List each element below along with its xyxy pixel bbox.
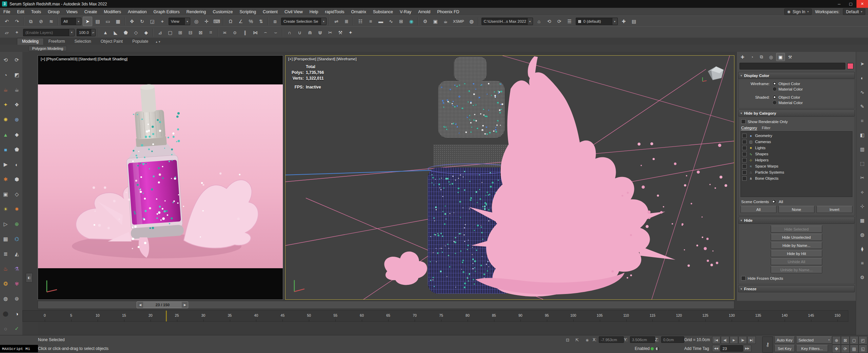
undo-scene-icon[interactable]: ⟲	[545, 17, 554, 26]
modeling-tool-icon-18[interactable]: ∩	[285, 28, 294, 37]
select-object-icon[interactable]: ➤	[83, 17, 92, 26]
left-dock-tool-icon-11[interactable]: ▲	[1, 130, 11, 140]
workspaces-dropdown[interactable]: Default ▾	[843, 8, 865, 15]
nav-icon-6[interactable]: ⟳	[841, 345, 850, 353]
category-row-helpers[interactable]: ⊹Helpers	[742, 157, 851, 163]
object-color-swatch[interactable]	[847, 63, 853, 69]
left-dock-tool-icon-22[interactable]: ✸	[12, 204, 22, 214]
left-dock-tool-icon-33[interactable]: ◍	[1, 294, 11, 304]
sign-in-button[interactable]: ◉ Sign In ▾	[784, 8, 812, 15]
right-dock-tool-icon-2[interactable]: ◐	[857, 73, 867, 83]
current-frame-marker[interactable]	[166, 311, 167, 321]
right-dock-tool-icon-15[interactable]: ≡	[857, 258, 867, 268]
hide-selected-button[interactable]: Hide Selected	[771, 225, 822, 233]
left-dock-tool-icon-12[interactable]: ◆	[12, 130, 22, 140]
category-all-button[interactable]: All	[741, 206, 776, 213]
crossing-selection-icon[interactable]: ▦	[113, 17, 123, 26]
modify-tab[interactable]: ◔	[748, 53, 756, 61]
bind-to-space-warp-icon[interactable]: ≋	[46, 17, 56, 26]
x-coordinate-field[interactable]: -7.953cm	[599, 336, 624, 343]
nav-icon-7[interactable]: ▤	[850, 345, 859, 353]
enable-layers-combo[interactable]: (Enable Layers)▾	[23, 29, 75, 36]
left-dock-tool-icon-27[interactable]: ≣	[1, 249, 11, 259]
unhide-all-button[interactable]: Unhide All	[771, 258, 822, 265]
select-and-scale-icon[interactable]: ◲	[147, 17, 157, 26]
menu-v-ray[interactable]: V-Ray	[396, 8, 415, 16]
right-dock-tool-icon-4[interactable]: ✎	[857, 102, 867, 111]
modeling-tool-icon-21[interactable]: ⋓	[315, 28, 325, 37]
menu-phoenix-fd[interactable]: Phoenix FD	[434, 8, 462, 16]
left-dock-tool-icon-19[interactable]: ▣	[1, 189, 11, 199]
schematic-view-icon[interactable]: ⊞	[396, 17, 406, 26]
maximize-button[interactable]: ▢	[845, 0, 856, 8]
nav-icon-5[interactable]: ✥	[832, 345, 841, 353]
close-button[interactable]: ✕	[856, 0, 868, 8]
modeling-tool-icon-6[interactable]: ⊿	[155, 28, 165, 37]
layer-properties-icon[interactable]: ▤	[629, 17, 639, 26]
select-by-name-icon[interactable]: ▤	[93, 17, 102, 26]
left-dock-tool-icon-35[interactable]: ⬤	[1, 309, 11, 319]
category-checkbox[interactable]	[742, 170, 747, 175]
ribbon-tab-object-paint[interactable]: Object Paint	[96, 38, 127, 45]
key-mode-dropdown[interactable]: Selected▾	[796, 336, 832, 344]
menu-graph-editors[interactable]: Graph Editors	[150, 8, 183, 16]
go-to-start-button[interactable]: |◀	[712, 336, 721, 344]
set-keys-button[interactable]: ⚷	[762, 336, 773, 353]
ribbon-tab-populate[interactable]: Populate	[127, 38, 153, 45]
modeling-tool-icon-19[interactable]: ∪	[295, 28, 304, 37]
redo-scene-icon[interactable]: ⟳	[555, 17, 564, 26]
modeling-tool-icon-1[interactable]: ▲	[101, 28, 110, 37]
nav-icon-4[interactable]: ◰	[859, 336, 867, 345]
modeling-tool-icon-22[interactable]: ✂	[326, 28, 335, 37]
time-slider-handle[interactable]: ◀ 23 / 150 ▶	[137, 301, 188, 308]
left-dock-tool-icon-4[interactable]: ◩	[12, 70, 22, 80]
nav-icon-1[interactable]: ⊕	[832, 336, 841, 345]
nav-icon-8[interactable]: ◱	[859, 345, 867, 353]
modeling-tool-icon-2[interactable]: ◣	[111, 28, 120, 37]
right-dock-tool-icon-9[interactable]: ✂	[857, 173, 867, 182]
spinner-arrows-icon[interactable]: ▴▾	[91, 29, 95, 36]
category-tab-filter[interactable]: Filter	[762, 126, 771, 130]
material-editor-icon[interactable]: ◉	[407, 17, 416, 26]
menu-views[interactable]: Views	[63, 8, 81, 16]
category-checkbox[interactable]	[742, 152, 747, 156]
undo-icon[interactable]: ↶	[2, 17, 12, 26]
key-step-back-button[interactable]: ◀◀	[712, 345, 720, 352]
modeling-tool-icon-10[interactable]: ⊠	[196, 28, 205, 37]
hide-unselected-button[interactable]: Hide Unselected	[771, 234, 822, 241]
shaded-material-color-radio[interactable]	[772, 100, 777, 105]
category-list[interactable]: ●Geometry◫Cameras✷Lights∿Shapes⊹Helpers≈…	[741, 131, 852, 197]
right-dock-tool-icon-11[interactable]: ⊹	[857, 201, 867, 211]
hide-by-hit-button[interactable]: Hide by Hit	[771, 250, 822, 257]
viewport-perspective[interactable]: [+] [Perspective] [Standard] [Wireframe]…	[285, 55, 734, 300]
shaded-object-color-radio[interactable]	[772, 95, 777, 99]
right-dock-tool-icon-1[interactable]: ➤	[857, 59, 867, 68]
left-dock-tool-icon-13[interactable]: ■	[1, 144, 11, 155]
ribbon-tab-modeling[interactable]: Modeling	[17, 38, 44, 45]
category-checkbox[interactable]	[742, 146, 747, 150]
key-filters-button[interactable]: Key Filters...	[796, 345, 828, 352]
menu-group[interactable]: Group	[44, 8, 63, 16]
scene-contents-all-radio[interactable]	[772, 199, 776, 204]
toggle-ribbon-icon[interactable]: ▬	[376, 17, 386, 26]
modeling-tool-icon-20[interactable]: ⋒	[305, 28, 315, 37]
menu-arnold[interactable]: Arnold	[415, 8, 434, 16]
menu-file[interactable]: File	[0, 8, 14, 16]
minimize-button[interactable]: ─	[833, 0, 845, 8]
menu-rendering[interactable]: Rendering	[183, 8, 210, 16]
previous-frame-button[interactable]: ◀|	[721, 336, 729, 344]
curve-editor-icon[interactable]: ∿	[386, 17, 396, 26]
viewport-camera-label[interactable]: [+] [PhysCamera003] [Standard] [Default …	[41, 57, 127, 61]
menu-customize[interactable]: Customize	[209, 8, 236, 16]
redo-icon[interactable]: ↷	[12, 17, 22, 26]
nav-icon-2[interactable]: ⊠	[841, 336, 850, 345]
toggle-layer-explorer-icon[interactable]: ≡	[366, 17, 375, 26]
modeling-tool-icon-24[interactable]: ✦	[346, 28, 355, 37]
ribbon-tab-selection[interactable]: Selection	[70, 38, 96, 45]
modeling-tool-icon-4[interactable]: ◇	[131, 28, 141, 37]
left-dock-tool-icon-15[interactable]: ▶	[1, 159, 11, 170]
layer-list-icon[interactable]: ☰	[565, 17, 574, 26]
left-dock-tool-icon-3[interactable]: ◔	[1, 70, 11, 80]
snap-toggle-3d-icon[interactable]: Ω	[226, 17, 235, 26]
modeling-tool-icon-3[interactable]: ⬟	[121, 28, 131, 37]
